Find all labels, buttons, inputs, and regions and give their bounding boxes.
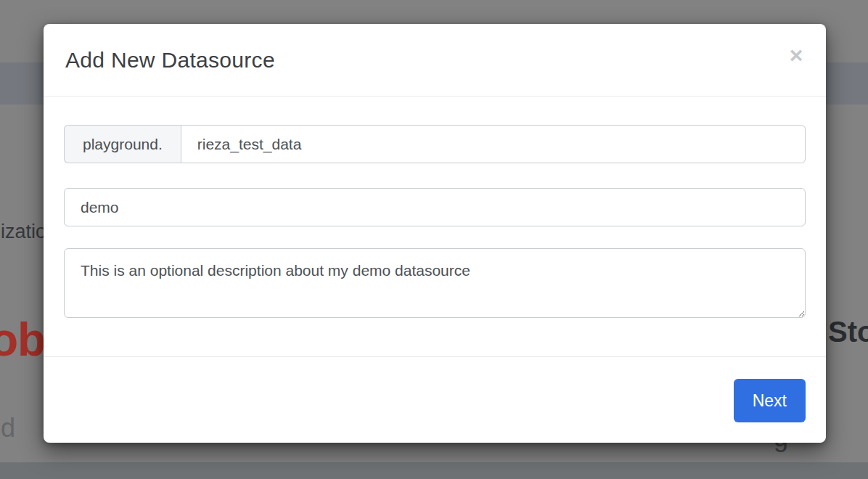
datasource-name-input[interactable] (64, 188, 806, 226)
next-button[interactable]: Next (734, 379, 806, 422)
close-icon[interactable]: × (784, 43, 808, 67)
modal-body: playground. This is an optional descript… (44, 97, 826, 318)
background-text-fragment-lower-left: d (1, 415, 15, 441)
schema-prefix-label: playground. (64, 125, 181, 163)
background-logo-fragment: ob (0, 316, 45, 363)
table-name-input[interactable] (181, 125, 806, 163)
modal-footer: Next (44, 356, 826, 443)
screen: izatio ob Sto d g Add New Datasource × p… (0, 0, 868, 479)
modal-header: Add New Datasource × (44, 24, 826, 97)
background-bottom-band (0, 462, 868, 479)
description-textarea[interactable]: This is an optional description about my… (64, 248, 806, 318)
table-name-input-group: playground. (64, 125, 806, 163)
background-heading-fragment-right: Sto (828, 317, 868, 346)
background-text-fragment-left: izatio (1, 222, 46, 242)
add-datasource-modal: Add New Datasource × playground. This is… (44, 24, 826, 443)
modal-title: Add New Datasource (65, 48, 275, 73)
